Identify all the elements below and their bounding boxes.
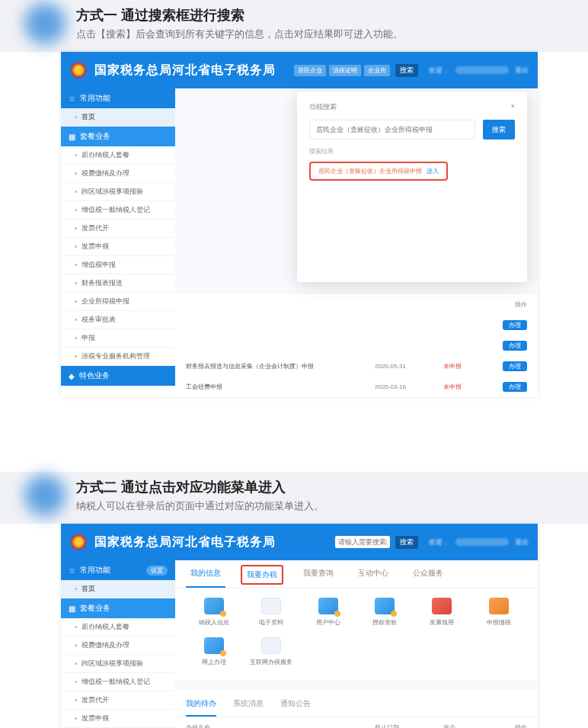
app-label: 纳税人信息 xyxy=(199,618,229,627)
app-label: 发票领用 xyxy=(430,618,454,627)
app-item[interactable]: 申报缴税 xyxy=(470,598,527,627)
cat-badge[interactable]: 设置 xyxy=(146,566,168,576)
panel-tab-todo[interactable]: 我的待办 xyxy=(186,698,216,717)
sidebar-item[interactable]: 发票申领 xyxy=(61,710,175,728)
app-item[interactable]: 电子资料 xyxy=(243,598,300,627)
app-label: 用户中心 xyxy=(316,618,340,627)
table-row: 财务报表报送与信息采集（企业会计制度）申报 2020-05-31 未申报 办理 xyxy=(175,356,538,377)
sidebar-cat-common[interactable]: ☆ 常用功能 设置 xyxy=(61,560,175,580)
main-area: 操作 办理 办理 财务报表报送与信息采集（企业会计制度）申报 2020-05-3 xyxy=(175,88,538,397)
sidebar-cat-package[interactable]: ▦ 套餐业务 xyxy=(61,127,175,146)
cat-label: 常用功能 xyxy=(80,565,110,576)
action-button[interactable]: 办理 xyxy=(503,382,527,392)
cat-label: 常用功能 xyxy=(80,93,110,104)
header-search-button[interactable]: 搜索 xyxy=(395,64,418,77)
th-status: 状态 xyxy=(443,723,489,728)
action-button[interactable]: 办理 xyxy=(503,320,527,330)
sidebar-cat-special[interactable]: ◆ 特色业务 xyxy=(61,366,175,386)
sidebar-item[interactable]: 发票代开 xyxy=(61,691,175,710)
header-search-button[interactable]: 搜索 xyxy=(395,536,418,549)
search-modal: 功能搜索 × 搜索 搜索结果 居民企业（查账征收）企业所得税申报 进入 xyxy=(297,91,527,282)
app-screenshot-1: 国家税务总局河北省电子税务局 居民企业 清税证明 企业所 搜索 欢迎， 退出 ☆… xyxy=(61,52,538,397)
app-icon xyxy=(204,637,224,654)
tab-interact[interactable]: 互动中心 xyxy=(353,568,393,588)
tab-query[interactable]: 我要查询 xyxy=(299,568,338,588)
modal-search-input[interactable] xyxy=(309,120,475,140)
app-item[interactable]: 授权查验 xyxy=(356,598,414,627)
th-status xyxy=(443,300,489,309)
tab-my-info[interactable]: 我的信息 xyxy=(186,568,225,588)
cat-label: 套餐业务 xyxy=(80,603,110,614)
action-button[interactable]: 办理 xyxy=(503,341,527,351)
header-tag: 清税证明 xyxy=(329,65,361,76)
cell-date: 2020-03-16 xyxy=(375,383,443,390)
cell-status: 未申报 xyxy=(443,362,489,370)
modal-close-icon[interactable]: × xyxy=(511,102,515,112)
logout-link[interactable]: 退出 xyxy=(515,537,529,547)
sidebar-item[interactable]: 税费缴纳及办理 xyxy=(61,637,175,655)
decorative-dot xyxy=(24,475,66,516)
sidebar: ☆ 常用功能 首页 ▦ 套餐业务 新办纳税人套餐 税费缴纳及办理 跨区域涉税事项… xyxy=(61,88,175,397)
sidebar-item[interactable]: 跨区域涉税事项报验 xyxy=(61,655,175,673)
tab-do-tax[interactable]: 我要办税 xyxy=(241,565,283,585)
sidebar-item[interactable]: 涉税专业服务机构管理 xyxy=(61,348,175,366)
logout-link[interactable]: 退出 xyxy=(515,66,529,75)
cell-name: 财务报表报送与信息采集（企业会计制度）申报 xyxy=(186,362,375,370)
app-label: 电子资料 xyxy=(259,618,283,627)
app-item[interactable]: 网上办理 xyxy=(186,637,243,666)
sidebar-item[interactable]: 发票代开 xyxy=(61,220,175,238)
th-name: 办税名称 xyxy=(186,723,375,728)
decorative-dot xyxy=(24,3,66,44)
modal-result-item[interactable]: 居民企业（查账征收）企业所得税申报 进入 xyxy=(309,162,448,181)
app-title: 国家税务总局河北省电子税务局 xyxy=(94,63,294,79)
section2-desc: 纳税人可以在登录后的页面中通过对应的功能菜单进入。 xyxy=(76,499,573,513)
sidebar-item[interactable]: 发票申领 xyxy=(61,238,175,256)
section1-header: 方式一 通过搜索框进行搜索 点击【搜索】后会查询到所有关键字的信息，点击对应结果… xyxy=(0,0,588,52)
modal-result-go[interactable]: 进入 xyxy=(427,168,439,175)
modal-search-button[interactable]: 搜索 xyxy=(483,120,515,140)
section1-desc: 点击【搜索】后会查询到所有关键字的信息，点击对应结果即可进入功能。 xyxy=(76,27,573,41)
sidebar-item[interactable]: 增值税一般纳税人登记 xyxy=(61,673,175,691)
app-item[interactable]: 互联网办税服务 xyxy=(243,637,300,666)
sidebar-item[interactable]: 增值税申报 xyxy=(61,256,175,274)
sidebar-item[interactable]: 申报 xyxy=(61,329,175,348)
tax-logo-icon xyxy=(70,62,87,79)
header-search-input[interactable] xyxy=(335,536,390,548)
app-label: 网上办理 xyxy=(202,658,226,666)
app-title: 国家税务总局河北省电子税务局 xyxy=(94,534,335,550)
user-name-blur xyxy=(455,538,509,546)
sidebar-item[interactable]: 新办纳税人套餐 xyxy=(61,618,175,637)
app-item[interactable]: 用户中心 xyxy=(299,598,356,627)
tab-public[interactable]: 公众服务 xyxy=(408,568,448,588)
sidebar-item[interactable]: 税务审批表 xyxy=(61,311,175,329)
section2-title: 方式二 通过点击对应功能菜单进入 xyxy=(76,478,573,496)
header-user: 欢迎， 退出 xyxy=(429,537,529,547)
sidebar-item[interactable]: 增值税一般纳税人登记 xyxy=(61,201,175,220)
th-act: 操作 xyxy=(489,300,527,309)
cat-icon: ▦ xyxy=(69,133,75,141)
sidebar-item[interactable]: 首页 xyxy=(61,108,175,127)
nav-tabs: 我的信息 我要办税 我要查询 互动中心 公众服务 xyxy=(175,560,538,588)
sidebar-item[interactable]: 财务报表报送 xyxy=(61,274,175,293)
app-screenshot-2: 国家税务总局河北省电子税务局 搜索 欢迎， 退出 ☆ 常用功能 设置 首页 ▦ … xyxy=(61,524,538,728)
app-item[interactable]: 纳税人信息 xyxy=(186,598,243,627)
app-icon xyxy=(261,598,281,614)
app-header: 国家税务总局河北省电子税务局 搜索 欢迎， 退出 xyxy=(61,524,538,560)
header-search: 搜索 xyxy=(335,536,418,549)
header-user: 欢迎， 退出 xyxy=(429,66,529,75)
th-date xyxy=(375,300,443,309)
cat-label: 套餐业务 xyxy=(80,131,110,142)
panel-tab-msg[interactable]: 系统消息 xyxy=(233,698,264,717)
sidebar-item[interactable]: 首页 xyxy=(61,580,175,598)
sidebar-item[interactable]: 企业所得税申报 xyxy=(61,293,175,311)
panel-tab-notice[interactable]: 通知公告 xyxy=(280,698,311,717)
modal-result-label: 搜索结果 xyxy=(309,147,515,156)
table-row: 办理 xyxy=(175,335,538,356)
app-item[interactable]: 发票领用 xyxy=(414,598,471,627)
sidebar-item[interactable]: 新办纳税人套餐 xyxy=(61,146,175,165)
sidebar-cat-package[interactable]: ▦ 套餐业务 xyxy=(61,598,175,618)
sidebar-item[interactable]: 税费缴纳及办理 xyxy=(61,165,175,183)
sidebar-cat-common[interactable]: ☆ 常用功能 xyxy=(61,88,175,108)
sidebar-item[interactable]: 跨区域涉税事项报验 xyxy=(61,183,175,201)
action-button[interactable]: 办理 xyxy=(503,361,527,371)
